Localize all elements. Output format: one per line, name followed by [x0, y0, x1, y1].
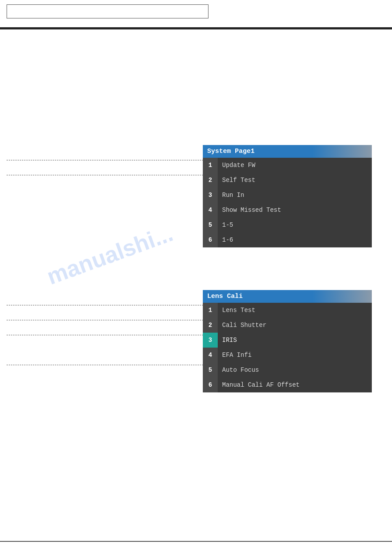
dashed-line-lens-3 — [7, 335, 203, 335]
system-page1-header: System Page1 — [203, 145, 372, 158]
menu-label-6: 1-6 — [218, 232, 372, 247]
dashed-line-lens-1 — [7, 305, 203, 305]
watermark: manualshi... — [43, 220, 176, 290]
menu-label-4: Show Missed Test — [218, 203, 372, 218]
lens-menu-num-6: 6 — [203, 377, 218, 392]
dashed-line-lens-4 — [7, 365, 203, 365]
top-divider — [0, 27, 392, 29]
lens-cali-menu: Lens Cali 1 Lens Test 2 Cali Shutter 3 I… — [203, 290, 372, 392]
lens-menu-label-6: Manual Cali AF Offset — [218, 377, 372, 392]
lens-menu-num-3: 3 — [203, 333, 218, 348]
lens-menu-item-5[interactable]: 5 Auto Focus — [203, 363, 372, 377]
dashed-line-sys-2 — [7, 175, 203, 175]
menu-item-6[interactable]: 6 1-6 — [203, 232, 372, 247]
lens-menu-num-2: 2 — [203, 318, 218, 333]
menu-num-3: 3 — [203, 188, 218, 203]
lens-menu-item-6[interactable]: 6 Manual Cali AF Offset — [203, 377, 372, 392]
lens-menu-label-4: EFA Infi — [218, 348, 372, 363]
menu-label-2: Self Test — [218, 173, 372, 188]
menu-item-4[interactable]: 4 Show Missed Test — [203, 203, 372, 218]
lens-menu-num-4: 4 — [203, 348, 218, 363]
menu-num-6: 6 — [203, 232, 218, 247]
lens-menu-label-1: Lens Test — [218, 303, 372, 318]
menu-num-5: 5 — [203, 218, 218, 232]
lens-menu-item-2[interactable]: 2 Cali Shutter — [203, 318, 372, 333]
menu-item-3[interactable]: 3 Run In — [203, 188, 372, 203]
lens-cali-header: Lens Cali — [203, 290, 372, 303]
lens-cali-title: Lens Cali — [207, 293, 243, 300]
system-page1-menu: System Page1 1 Update FW 2 Self Test 3 R… — [203, 145, 372, 247]
menu-item-2[interactable]: 2 Self Test — [203, 173, 372, 188]
menu-label-1: Update FW — [218, 158, 372, 173]
lens-menu-item-1[interactable]: 1 Lens Test — [203, 303, 372, 318]
lens-menu-label-3: IRIS — [218, 333, 372, 348]
menu-label-5: 1-5 — [218, 218, 372, 232]
lens-menu-item-4[interactable]: 4 EFA Infi — [203, 348, 372, 363]
lens-menu-label-5: Auto Focus — [218, 363, 372, 377]
menu-item-1[interactable]: 1 Update FW — [203, 158, 372, 173]
lens-menu-item-3[interactable]: 3 IRIS — [203, 333, 372, 348]
menu-num-1: 1 — [203, 158, 218, 173]
menu-num-4: 4 — [203, 203, 218, 218]
dashed-line-lens-2 — [7, 320, 203, 320]
menu-item-5[interactable]: 5 1-5 — [203, 218, 372, 232]
menu-label-3: Run In — [218, 188, 372, 203]
lens-menu-label-2: Cali Shutter — [218, 318, 372, 333]
dashed-line-sys-1 — [7, 160, 203, 160]
bottom-divider — [0, 541, 392, 542]
lens-menu-num-5: 5 — [203, 363, 218, 377]
menu-num-2: 2 — [203, 173, 218, 188]
title-box — [7, 4, 209, 18]
lens-menu-num-1: 1 — [203, 303, 218, 318]
system-page1-title: System Page1 — [207, 148, 255, 155]
